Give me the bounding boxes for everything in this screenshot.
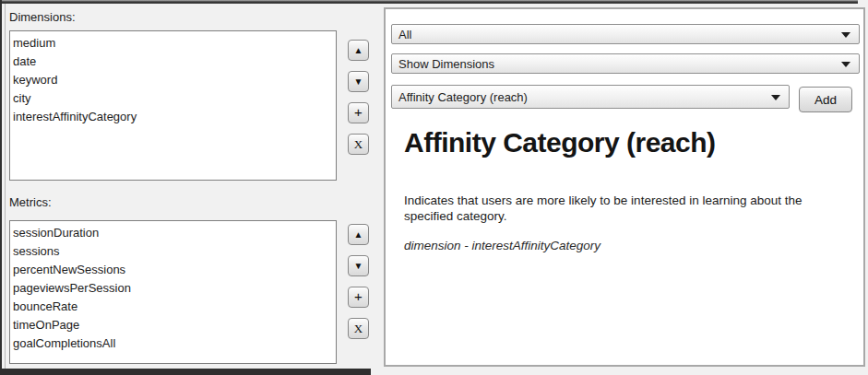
up-arrow-icon: ▲	[354, 46, 363, 55]
metrics-move-down-button[interactable]: ▼	[348, 255, 369, 276]
list-item[interactable]: percentNewSessions	[13, 261, 336, 279]
add-button[interactable]: Add	[799, 87, 852, 112]
list-item[interactable]: date	[13, 53, 336, 71]
list-item[interactable]: goalCompletionsAll	[13, 334, 336, 353]
list-item[interactable]: city	[13, 89, 336, 108]
list-item[interactable]: sessions	[13, 242, 336, 261]
plus-icon: +	[354, 289, 363, 303]
metrics-move-up-button[interactable]: ▲	[348, 224, 369, 245]
dimensions-add-button[interactable]: +	[348, 102, 369, 123]
up-arrow-icon: ▲	[354, 230, 363, 240]
dimensions-move-down-button[interactable]: ▼	[348, 71, 369, 92]
x-icon: X	[354, 322, 363, 334]
report-builder-window: Dimensions: medium date keyword city int…	[0, 0, 868, 375]
window-bottom-border	[0, 369, 371, 375]
filter-dropdown[interactable]: All	[391, 24, 860, 44]
dimensions-listbox[interactable]: medium date keyword city interestAffinit…	[9, 30, 337, 181]
list-item[interactable]: timeOnPage	[13, 316, 336, 334]
metrics-label: Metrics:	[9, 195, 52, 209]
list-item[interactable]: medium	[13, 34, 336, 53]
list-item[interactable]: bounceRate	[13, 298, 336, 316]
detail-description: Indicates that users are more likely to …	[404, 193, 845, 224]
list-item[interactable]: pageviewsPerSession	[13, 279, 336, 298]
detail-panel: All Show Dimensions Affinity Category (r…	[384, 7, 865, 367]
window-top-border	[0, 0, 858, 4]
list-item[interactable]: sessionDuration	[13, 224, 336, 242]
dimension-select-dropdown[interactable]: Affinity Category (reach)	[391, 85, 790, 109]
dimensions-move-up-button[interactable]: ▲	[348, 40, 369, 61]
show-dimensions-dropdown-value: Show Dimensions	[398, 57, 494, 71]
detail-dimension-meta: dimension - interestAffinityCategory	[404, 239, 600, 252]
metrics-add-button[interactable]: +	[348, 287, 369, 308]
dimension-select-dropdown-value: Affinity Category (reach)	[398, 90, 528, 104]
filter-dropdown-value: All	[398, 28, 411, 41]
dropdown-arrow-icon	[841, 62, 850, 67]
dimensions-remove-button[interactable]: X	[348, 134, 369, 155]
down-arrow-icon: ▼	[354, 262, 363, 271]
metrics-listbox[interactable]: sessionDuration sessions percentNewSessi…	[9, 220, 337, 364]
list-item[interactable]: interestAffinityCategory	[13, 108, 336, 126]
dimensions-label: Dimensions:	[9, 10, 76, 24]
show-dimensions-dropdown[interactable]: Show Dimensions	[391, 53, 860, 74]
plus-icon: +	[354, 105, 363, 119]
detail-title: Affinity Category (reach)	[404, 127, 716, 158]
x-icon: X	[354, 138, 363, 150]
down-arrow-icon: ▼	[354, 77, 363, 87]
list-item[interactable]: keyword	[13, 71, 336, 89]
window-left-border	[0, 0, 2, 375]
dropdown-arrow-icon	[771, 95, 780, 100]
window-left-inner-line	[5, 4, 6, 369]
dropdown-arrow-icon	[841, 32, 850, 38]
metrics-remove-button[interactable]: X	[348, 318, 369, 339]
